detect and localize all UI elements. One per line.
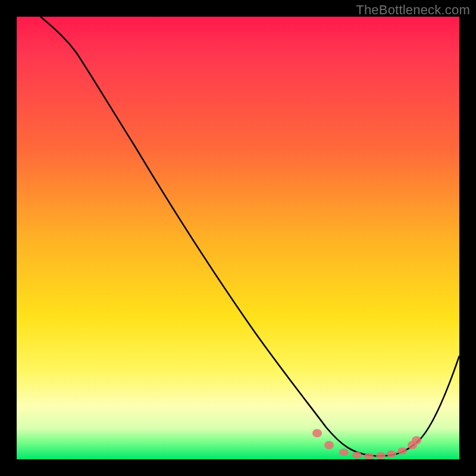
curve-layer [17, 17, 459, 459]
watermark-text: TheBottleneck.com [356, 2, 470, 18]
svg-point-1 [324, 441, 334, 449]
plot-area [17, 17, 459, 459]
bottleneck-curve [40, 17, 459, 456]
svg-point-3 [352, 452, 362, 459]
svg-point-6 [387, 450, 396, 458]
highlight-dots [312, 429, 421, 459]
svg-point-9 [412, 436, 421, 444]
svg-point-2 [339, 449, 349, 456]
svg-point-0 [312, 429, 322, 437]
svg-point-7 [397, 447, 407, 455]
svg-point-5 [376, 452, 386, 459]
svg-point-4 [364, 453, 374, 459]
chart-frame: TheBottleneck.com [0, 0, 476, 476]
